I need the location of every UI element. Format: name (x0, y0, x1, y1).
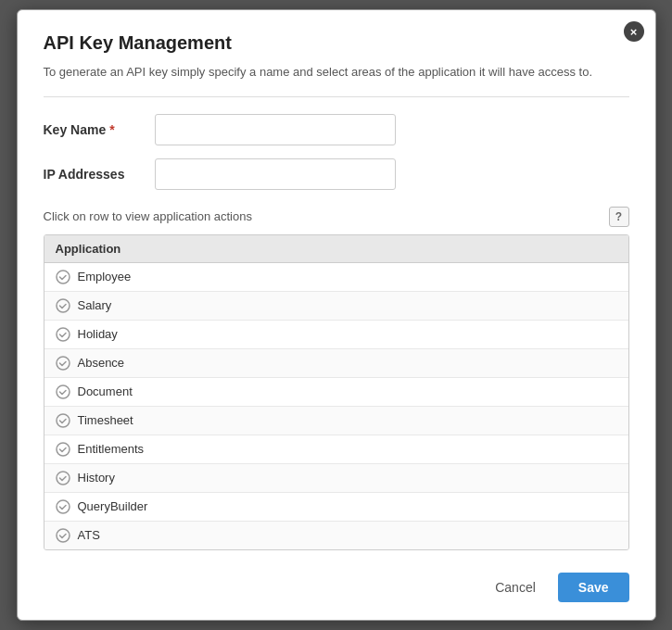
ip-addresses-label: IP Addresses (44, 167, 155, 182)
svg-point-9 (57, 529, 70, 542)
check-icon (56, 356, 70, 371)
svg-point-2 (57, 328, 70, 341)
table-row[interactable]: QueryBuilder (44, 493, 628, 522)
application-table: Application Employee Salary (44, 234, 629, 550)
svg-point-6 (57, 443, 70, 456)
application-table-section: Click on row to view application actions… (44, 207, 629, 550)
svg-point-7 (57, 472, 70, 485)
table-row[interactable]: Absence (44, 349, 628, 378)
ip-addresses-group: IP Addresses (44, 158, 629, 190)
row-name: Holiday (78, 327, 118, 341)
svg-point-0 (57, 271, 70, 284)
row-name: Timesheet (78, 413, 133, 427)
key-name-label: Key Name* (44, 122, 155, 137)
check-icon (56, 327, 70, 342)
table-row[interactable]: Entitlements (44, 435, 628, 464)
key-name-input[interactable] (155, 114, 396, 145)
row-name: Document (78, 384, 133, 398)
table-row[interactable]: Timesheet (44, 407, 628, 435)
check-icon (56, 270, 70, 284)
table-column-header: Application (44, 235, 628, 263)
modal-overlay: × API Key Management To generate an API … (0, 0, 672, 630)
check-icon (56, 298, 70, 313)
table-row[interactable]: Document (44, 378, 628, 407)
check-icon (56, 499, 70, 514)
table-hint: Click on row to view application actions (44, 209, 252, 223)
svg-point-5 (57, 414, 70, 427)
svg-point-3 (57, 357, 70, 370)
svg-point-4 (57, 385, 70, 398)
table-row[interactable]: Salary (44, 292, 628, 321)
row-name: ATS (78, 528, 100, 542)
modal-footer: Cancel Save (44, 558, 629, 602)
modal-container: × API Key Management To generate an API … (17, 9, 656, 621)
svg-point-1 (57, 299, 70, 312)
svg-point-8 (57, 500, 70, 513)
divider (44, 96, 629, 97)
row-name: Salary (78, 298, 112, 312)
row-name: Absence (78, 356, 125, 370)
table-header-row: Click on row to view application actions… (44, 207, 629, 227)
modal-title: API Key Management (44, 32, 629, 54)
close-button[interactable]: × (624, 21, 644, 42)
table-row[interactable]: ATS (44, 522, 628, 549)
row-name: QueryBuilder (78, 499, 148, 513)
ip-addresses-input[interactable] (155, 158, 396, 190)
save-button[interactable]: Save (558, 573, 629, 602)
modal-description: To generate an API key simply specify a … (44, 63, 629, 82)
row-name: Entitlements (78, 442, 145, 456)
check-icon (56, 384, 70, 399)
table-row[interactable]: History (44, 464, 628, 493)
check-icon (56, 413, 70, 428)
table-row[interactable]: Employee (44, 263, 628, 292)
row-name: Employee (78, 270, 132, 284)
cancel-button[interactable]: Cancel (482, 574, 549, 600)
required-indicator: * (109, 122, 114, 137)
check-icon (56, 442, 70, 457)
table-row[interactable]: Holiday (44, 321, 628, 349)
key-name-group: Key Name* (44, 114, 629, 145)
row-name: History (78, 471, 115, 485)
check-icon (56, 528, 70, 543)
help-button[interactable]: ? (609, 207, 629, 227)
check-icon (56, 471, 70, 485)
